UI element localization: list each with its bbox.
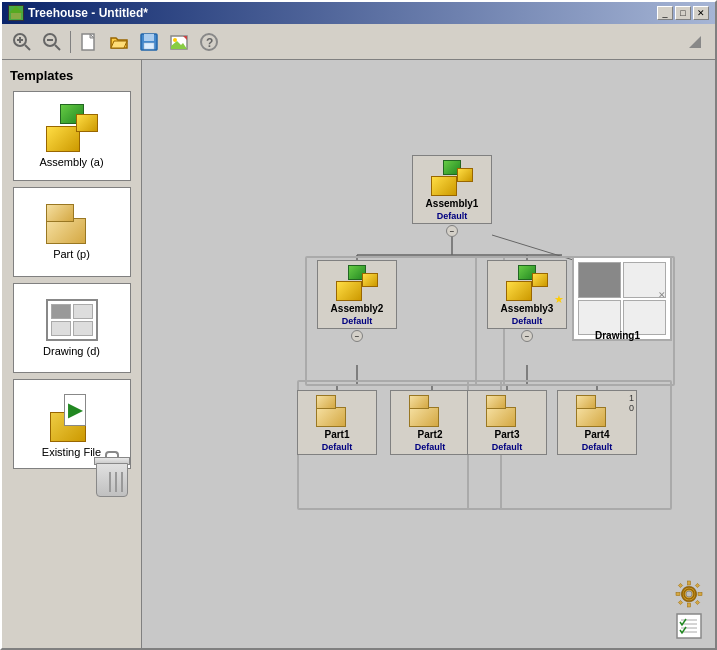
svg-rect-45 bbox=[677, 614, 701, 638]
svg-rect-35 bbox=[688, 581, 691, 585]
svg-rect-37 bbox=[676, 593, 680, 596]
assembly3-config: Default bbox=[512, 316, 543, 326]
part-icon bbox=[46, 204, 98, 244]
import-image-button[interactable] bbox=[165, 29, 193, 55]
node-assembly1[interactable]: Assembly1 Default − bbox=[412, 155, 492, 237]
svg-rect-12 bbox=[144, 34, 154, 41]
drawing1-name: Drawing1 bbox=[595, 330, 640, 341]
part-template-item[interactable]: Part (p) bbox=[13, 187, 131, 277]
part3-name: Part3 bbox=[494, 429, 519, 440]
svg-rect-0 bbox=[11, 12, 21, 19]
node-assembly3[interactable]: ★ Assembly3 Default − bbox=[487, 260, 567, 342]
part4-box[interactable]: 10 Part4 Default bbox=[557, 390, 637, 455]
main-window: Treehouse - Untitled* _ □ ✕ bbox=[0, 0, 717, 650]
trash-area bbox=[92, 445, 132, 497]
svg-rect-38 bbox=[698, 593, 702, 596]
content-area: Templates Assembly (a) Part (p) bbox=[2, 60, 715, 648]
drawing-template-item[interactable]: Drawing (d) bbox=[13, 283, 131, 373]
svg-rect-13 bbox=[144, 43, 154, 49]
assembly1-connector[interactable]: − bbox=[446, 225, 458, 237]
svg-rect-41 bbox=[678, 600, 682, 604]
app-icon bbox=[8, 5, 24, 21]
drawing1-box: ✕ bbox=[572, 256, 672, 341]
drawing-template-label: Drawing (d) bbox=[43, 345, 100, 357]
window-title: Treehouse - Untitled* bbox=[28, 6, 148, 20]
node-part4[interactable]: 10 Part4 Default bbox=[557, 390, 637, 455]
help-button[interactable]: ? bbox=[195, 29, 223, 55]
zoom-out-button[interactable] bbox=[38, 29, 66, 55]
assembly2-config: Default bbox=[342, 316, 373, 326]
assembly1-icon bbox=[431, 160, 473, 196]
assembly1-name: Assembly1 bbox=[426, 198, 479, 209]
title-bar: Treehouse - Untitled* _ □ ✕ bbox=[2, 2, 715, 24]
node-part1[interactable]: Part1 Default bbox=[297, 390, 377, 455]
trash-icon[interactable] bbox=[92, 449, 132, 497]
assembly-icon bbox=[46, 104, 98, 152]
open-button[interactable] bbox=[105, 29, 133, 55]
part3-config: Default bbox=[492, 442, 523, 452]
svg-point-15 bbox=[173, 38, 177, 42]
assembly3-icon bbox=[506, 265, 548, 301]
assembly-template-item[interactable]: Assembly (a) bbox=[13, 91, 131, 181]
toolbar: ? bbox=[2, 24, 715, 60]
minimize-button[interactable]: _ bbox=[657, 6, 673, 20]
window-controls: _ □ ✕ bbox=[657, 6, 709, 20]
svg-rect-40 bbox=[695, 583, 699, 587]
svg-rect-36 bbox=[688, 603, 691, 607]
part2-box[interactable]: Part2 Default bbox=[390, 390, 470, 455]
assembly1-box[interactable]: Assembly1 Default bbox=[412, 155, 492, 224]
svg-marker-20 bbox=[689, 36, 701, 48]
svg-rect-39 bbox=[678, 583, 682, 587]
part4-icon bbox=[576, 395, 618, 427]
part1-box[interactable]: Part1 Default bbox=[297, 390, 377, 455]
existing-file-icon: ▶ bbox=[50, 390, 94, 442]
assembly1-config: Default bbox=[437, 211, 468, 221]
assembly2-connector[interactable]: − bbox=[351, 330, 363, 342]
part1-name: Part1 bbox=[324, 429, 349, 440]
gear-area[interactable] bbox=[671, 576, 707, 640]
maximize-button[interactable]: □ bbox=[675, 6, 691, 20]
part1-icon bbox=[316, 395, 358, 427]
svg-marker-1 bbox=[9, 6, 23, 13]
assembly3-box[interactable]: ★ Assembly3 Default bbox=[487, 260, 567, 329]
close-button[interactable]: ✕ bbox=[693, 6, 709, 20]
svg-text:?: ? bbox=[206, 36, 213, 50]
checklist-icon[interactable] bbox=[675, 612, 703, 640]
assembly2-name: Assembly2 bbox=[331, 303, 384, 314]
templates-panel: Templates Assembly (a) Part (p) bbox=[2, 60, 142, 648]
templates-title: Templates bbox=[10, 68, 73, 83]
close-button-drawing[interactable]: ✕ bbox=[658, 290, 666, 300]
node-assembly2[interactable]: Assembly2 Default − bbox=[317, 260, 397, 342]
part2-config: Default bbox=[415, 442, 446, 452]
node-part3[interactable]: Part3 Default bbox=[467, 390, 547, 455]
assembly2-box[interactable]: Assembly2 Default bbox=[317, 260, 397, 329]
assembly3-connector[interactable]: − bbox=[521, 330, 533, 342]
part2-name: Part2 bbox=[417, 429, 442, 440]
assembly3-name: Assembly3 bbox=[501, 303, 554, 314]
drawing1-preview bbox=[574, 258, 670, 339]
assembly-template-label: Assembly (a) bbox=[39, 156, 103, 168]
node-drawing1[interactable]: Drawing1 bbox=[595, 330, 640, 341]
gear-icon[interactable] bbox=[671, 576, 707, 612]
part4-name: Part4 bbox=[584, 429, 609, 440]
svg-rect-42 bbox=[695, 600, 699, 604]
svg-line-3 bbox=[25, 45, 30, 50]
new-button[interactable] bbox=[75, 29, 103, 55]
part1-config: Default bbox=[322, 442, 353, 452]
main-canvas[interactable]: ✕ Assembly1 Default bbox=[142, 60, 715, 648]
save-button[interactable] bbox=[135, 29, 163, 55]
node-part2[interactable]: Part2 Default bbox=[390, 390, 470, 455]
drawing-icon bbox=[46, 299, 98, 341]
part3-box[interactable]: Part3 Default bbox=[467, 390, 547, 455]
zoom-in-button[interactable] bbox=[8, 29, 36, 55]
svg-line-7 bbox=[55, 45, 60, 50]
part4-config: Default bbox=[582, 442, 613, 452]
collapse-button[interactable] bbox=[681, 29, 709, 55]
svg-point-44 bbox=[686, 591, 692, 597]
part3-icon bbox=[486, 395, 528, 427]
part-template-label: Part (p) bbox=[53, 248, 90, 260]
separator-1 bbox=[70, 31, 71, 53]
assembly2-icon bbox=[336, 265, 378, 301]
part2-icon bbox=[409, 395, 451, 427]
